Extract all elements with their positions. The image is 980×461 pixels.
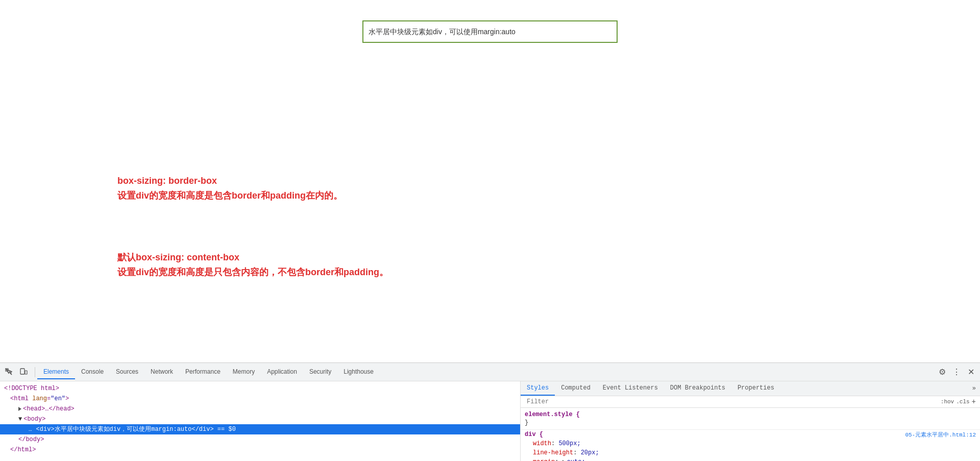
devtools-toolbar: Elements Console Sources Network Perform… [0, 363, 980, 381]
tab-elements[interactable]: Elements [37, 365, 75, 379]
html-line-div-selected[interactable]: …<div>水平居中块级元素如div，可以使用margin:auto</div>… [0, 424, 520, 434]
toolbar-icons [4, 367, 35, 377]
styles-tab-more[interactable]: » [968, 383, 980, 394]
svg-rect-2 [25, 371, 27, 374]
style-block-element: element.style { } [521, 410, 980, 430]
style-selector-element: element.style { [525, 411, 976, 418]
device-icon[interactable] [18, 367, 29, 377]
close-icon[interactable]: ✕ [966, 367, 976, 377]
tab-lighthouse[interactable]: Lighthouse [337, 365, 380, 379]
devtools-main: <!DOCTYPE html> <html lang="en"> <head>…… [0, 381, 980, 461]
styles-tab-properties[interactable]: Properties [731, 381, 780, 396]
html-line-body-close: </body> [0, 434, 520, 445]
filter-cls[interactable]: .cls [956, 399, 969, 405]
html-line-html[interactable]: <html lang="en"> [0, 394, 520, 404]
devtools-panel: Elements Console Sources Network Perform… [0, 362, 980, 461]
tab-network[interactable]: Network [144, 365, 179, 379]
styles-tabs: Styles Computed Event Listeners DOM Brea… [521, 381, 980, 396]
tab-memory[interactable]: Memory [227, 365, 261, 379]
tab-performance[interactable]: Performance [179, 365, 227, 379]
styles-filter-bar: :hov .cls + [521, 396, 980, 408]
style-prop-margin[interactable]: margin: auto; [525, 457, 976, 461]
styles-tab-computed[interactable]: Computed [555, 381, 597, 396]
annotation-box-sizing: box-sizing: border-box 设置div的宽度和高度是包含bor… [117, 174, 342, 203]
styles-tab-event-listeners[interactable]: Event Listeners [597, 381, 664, 396]
tab-security[interactable]: Security [303, 365, 337, 379]
styles-tab-styles[interactable]: Styles [521, 381, 555, 396]
styles-filter-input[interactable] [525, 397, 941, 406]
style-brace-close-element: } [525, 419, 976, 426]
filter-add-rule[interactable]: + [972, 398, 976, 406]
demo-box: 水平居中块级元素如div，可以使用margin:auto [362, 20, 618, 43]
tab-console[interactable]: Console [75, 365, 110, 379]
styles-panel: Styles Computed Event Listeners DOM Brea… [521, 381, 980, 461]
style-prop-width[interactable]: width: 500px; [525, 439, 976, 448]
filter-pseudo[interactable]: :hov [941, 399, 954, 405]
tab-sources[interactable]: Sources [110, 365, 144, 379]
more-icon[interactable]: ⋮ [951, 367, 962, 377]
toolbar-right-actions: ⚙ ⋮ ✕ [937, 367, 976, 377]
inspect-icon[interactable] [4, 367, 14, 377]
style-source-div[interactable]: 05-元素水平居中.html:12 [905, 431, 976, 439]
tab-application[interactable]: Application [261, 365, 303, 379]
svg-rect-1 [20, 369, 24, 374]
html-line-doctype: <!DOCTYPE html> [0, 383, 520, 394]
styles-content: element.style { } 05-元素水平居中.html:12 div … [521, 408, 980, 461]
style-block-div: 05-元素水平居中.html:12 div { width: 500px; li… [521, 430, 980, 461]
annotation-content-box: 默认box-sizing: content-box 设置div的宽度和高度是只包… [117, 250, 388, 280]
main-content: 水平居中块级元素如div，可以使用margin:auto box-sizing:… [0, 0, 980, 362]
elements-panel: <!DOCTYPE html> <html lang="en"> <head>…… [0, 381, 521, 461]
html-line-head[interactable]: <head>…</head> [0, 404, 520, 414]
style-prop-line-height[interactable]: line-height: 20px; [525, 448, 976, 457]
html-line-html-close: </html> [0, 445, 520, 455]
html-line-body[interactable]: ▼<body> [0, 414, 520, 424]
styles-tab-dom-breakpoints[interactable]: DOM Breakpoints [664, 381, 731, 396]
settings-icon[interactable]: ⚙ [937, 367, 947, 377]
